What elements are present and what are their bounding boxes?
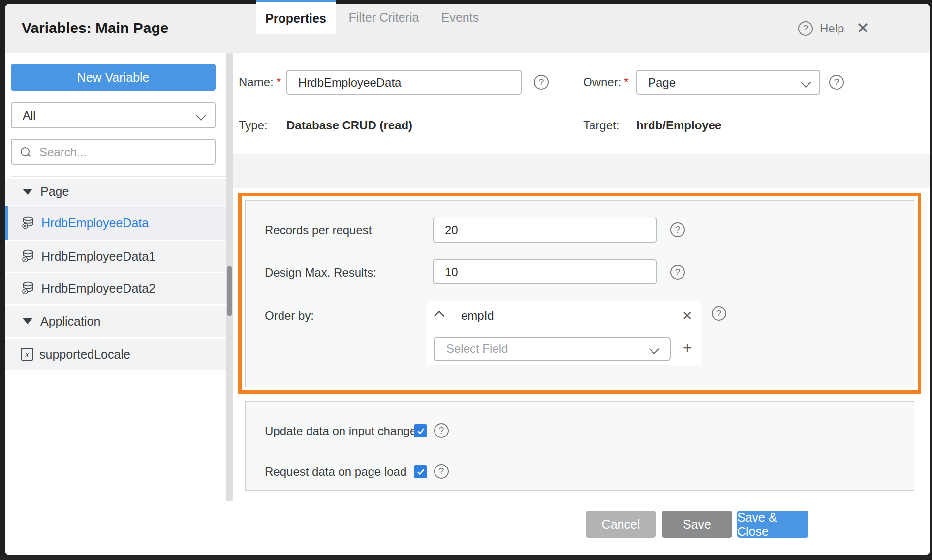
- owner-help-icon[interactable]: ?: [829, 75, 844, 90]
- tab-filter-criteria[interactable]: Filter Criteria: [340, 0, 428, 34]
- search-icon: [21, 147, 31, 157]
- design-max-results-input[interactable]: 10: [433, 259, 657, 284]
- type-value: Database CRUD (read): [286, 119, 412, 132]
- design-max-results-label: Design Max. Results:: [265, 266, 376, 280]
- selected-indicator-bar: [5, 206, 8, 240]
- tree-section-application[interactable]: Application: [5, 306, 226, 337]
- records-per-request-label: Records per request: [265, 223, 372, 237]
- owner-select[interactable]: Page: [636, 70, 820, 95]
- update-on-input-change-help-icon[interactable]: ?: [434, 423, 449, 438]
- request-on-page-load-label: Request data on page load: [265, 465, 406, 479]
- add-order-field-button[interactable]: +: [674, 331, 701, 365]
- check-icon: [416, 426, 426, 436]
- order-by-field[interactable]: empId: [452, 301, 683, 331]
- save-close-button[interactable]: Save & Close: [737, 511, 808, 538]
- plus-icon: +: [683, 339, 692, 357]
- records-per-request-input[interactable]: 20: [433, 218, 657, 243]
- database-variable-icon: [21, 216, 35, 230]
- type-label: Type:: [239, 119, 268, 132]
- screen: Variables: Main Page ? Help ✕ New Variab…: [0, 0, 932, 560]
- sidebar-scrollbar-thumb[interactable]: [227, 266, 232, 316]
- tree-item-label: HrdbEmployeeData1: [41, 249, 155, 264]
- collapse-triangle-icon: [23, 189, 32, 195]
- string-variable-icon: x: [21, 348, 33, 361]
- save-button[interactable]: Save: [662, 511, 732, 538]
- owner-label: Owner:*: [583, 75, 629, 89]
- tree-item-label: HrdbEmployeeData2: [41, 281, 155, 296]
- filter-select-value: All: [23, 109, 36, 123]
- search-input[interactable]: Search...: [11, 139, 216, 165]
- sort-direction-button[interactable]: [426, 301, 452, 331]
- owner-value: Page: [648, 76, 676, 90]
- variable-filter-select[interactable]: All: [11, 102, 216, 128]
- tree-item-hrdbemployeedata2[interactable]: HrdbEmployeeData2: [5, 273, 226, 304]
- name-help-icon[interactable]: ?: [534, 75, 549, 90]
- search-placeholder: Search...: [39, 145, 87, 159]
- collapse-triangle-icon: [23, 318, 32, 324]
- order-by-select-field[interactable]: Select Field: [434, 337, 671, 361]
- update-on-input-change-checkbox[interactable]: [414, 424, 427, 437]
- required-asterisk: *: [277, 75, 281, 89]
- order-by-widget: empId ✕ Select Field +: [426, 301, 701, 365]
- name-value: HrdbEmployeeData: [298, 76, 401, 90]
- check-icon: [416, 467, 426, 477]
- help-link[interactable]: Help: [820, 22, 844, 35]
- records-per-request-help-icon[interactable]: ?: [670, 222, 685, 237]
- database-variable-icon: [21, 249, 35, 264]
- order-by-label: Order by:: [265, 309, 314, 323]
- sidebar: [5, 53, 226, 555]
- remove-order-field-button[interactable]: ✕: [674, 301, 701, 331]
- update-on-input-change-label: Update data on input change: [265, 424, 416, 438]
- request-on-page-load-help-icon[interactable]: ?: [434, 464, 449, 479]
- help-icon[interactable]: ?: [798, 21, 813, 36]
- order-by-help-icon[interactable]: ?: [712, 306, 726, 321]
- tree-item-hrdbemployeedata1[interactable]: HrdbEmployeeData1: [5, 241, 226, 272]
- tab-events[interactable]: Events: [433, 0, 487, 34]
- remove-icon: ✕: [682, 309, 693, 324]
- required-asterisk: *: [624, 75, 628, 89]
- new-variable-button[interactable]: New Variable: [11, 64, 216, 91]
- database-variable-icon: [21, 281, 35, 296]
- name-input[interactable]: HrdbEmployeeData: [286, 70, 522, 95]
- chevron-down-icon: [649, 343, 659, 354]
- background-strip: [0, 555, 932, 560]
- tree-item-label: HrdbEmployeeData: [41, 216, 149, 230]
- tab-strip: [233, 154, 930, 188]
- tree-item-supportedlocale[interactable]: x supportedLocale: [5, 339, 226, 370]
- request-on-page-load-checkbox[interactable]: [414, 465, 427, 478]
- dialog-title: Variables: Main Page: [22, 20, 168, 36]
- tab-properties[interactable]: Properties: [256, 0, 336, 34]
- target-label: Target:: [583, 119, 619, 132]
- chevron-down-icon: [196, 110, 206, 121]
- tree-section-page[interactable]: Page: [5, 179, 226, 205]
- tree-item-hrdbemployeedata[interactable]: HrdbEmployeeData: [5, 206, 226, 240]
- name-label: Name:*: [239, 75, 281, 89]
- design-max-results-help-icon[interactable]: ?: [670, 265, 685, 280]
- sidebar-divider: [11, 176, 226, 177]
- close-icon[interactable]: ✕: [856, 19, 870, 37]
- tree-item-label: supportedLocale: [39, 347, 130, 362]
- chevron-down-icon: [801, 77, 811, 88]
- chevron-up-icon: [434, 311, 444, 321]
- target-value: hrdb/Employee: [636, 119, 721, 132]
- cancel-button[interactable]: Cancel: [586, 511, 656, 538]
